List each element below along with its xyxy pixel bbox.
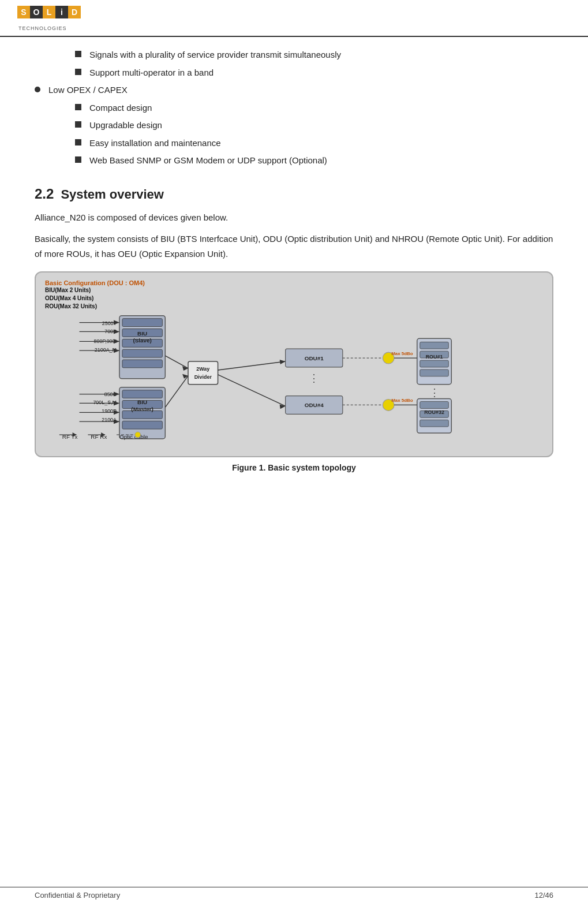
logo: S O L i D TECHNOLOGIES <box>17 6 81 31</box>
svg-text:700L_S,M: 700L_S,M <box>93 400 117 405</box>
paragraph-2: Basically, the system consists of BIU (B… <box>35 232 553 261</box>
paragraph-1: Alliance_N20 is composed of devices give… <box>35 210 553 225</box>
page-footer: Confidential & Proprietary 12/46 <box>0 887 588 903</box>
bullet-square-icon <box>75 69 81 75</box>
logo-letter-d: D <box>68 6 81 18</box>
bullet-square-icon <box>75 121 81 128</box>
bullet-square-icon <box>75 156 81 163</box>
page-header: S O L i D TECHNOLOGIES <box>0 0 588 37</box>
svg-line-48 <box>218 375 286 406</box>
svg-line-42 <box>165 356 188 368</box>
svg-line-46 <box>218 361 286 370</box>
svg-text:2Way: 2Way <box>196 366 209 372</box>
logo-letter-i: i <box>55 6 68 18</box>
low-opex-sub-group: Compact design Upgradable design Easy in… <box>58 102 553 167</box>
bullet-square-icon <box>75 139 81 145</box>
svg-text:BIU: BIU <box>137 399 147 405</box>
footer-right: 12/46 <box>534 891 553 900</box>
svg-text:ODU#4: ODU#4 <box>305 402 324 408</box>
svg-rect-1 <box>122 319 162 327</box>
svg-rect-39 <box>188 361 218 385</box>
bullet-text: Web Based SNMP or GSM Modem or UDP suppo… <box>89 154 327 167</box>
diagram-title-sub: BIU(Max 2 Units) ODU(Max 4 Units) ROU(Ma… <box>45 286 145 311</box>
bullet-square-icon <box>75 51 81 57</box>
svg-rect-4 <box>122 349 162 357</box>
svg-marker-47 <box>280 360 286 364</box>
svg-text:(Master): (Master) <box>131 406 153 412</box>
svg-text:(Slave): (Slave) <box>133 337 152 344</box>
section-number: 2.2 <box>35 186 54 202</box>
top-bullet-list: Signals with a plurality of service prov… <box>75 48 553 79</box>
list-item: Easy installation and maintenance <box>75 137 553 150</box>
list-item: Upgradable design <box>75 119 553 132</box>
svg-line-44 <box>165 376 188 408</box>
svg-text:Divider: Divider <box>194 374 212 380</box>
svg-rect-68 <box>420 401 449 408</box>
low-opex-group: Low OPEX / CAPEX Compact design Upgradab… <box>35 84 553 167</box>
bullet-text: Upgradable design <box>89 119 162 132</box>
list-item: Web Based SNMP or GSM Modem or UDP suppo… <box>75 154 553 167</box>
logo-letter-l: L <box>43 6 55 18</box>
page-content: Signals with a plurality of service prov… <box>0 37 588 507</box>
svg-rect-5 <box>122 360 162 368</box>
low-opex-sub-list: Compact design Upgradable design Easy in… <box>75 102 553 167</box>
svg-marker-45 <box>182 374 188 379</box>
svg-text:Max 5dBo: Max 5dBo <box>391 351 413 356</box>
svg-text:ROU#1: ROU#1 <box>426 354 443 360</box>
bullet-dot-icon <box>35 87 40 92</box>
list-item: Compact design <box>75 102 553 115</box>
low-opex-label: Low OPEX / CAPEX <box>48 84 128 97</box>
logo-letter-s: S <box>17 6 30 18</box>
svg-rect-12 <box>122 421 162 429</box>
svg-rect-62 <box>420 342 449 349</box>
bullet-text: Support multi-operator in a band <box>89 66 214 80</box>
figure-caption: Figure 1. Basic system topology <box>35 463 553 472</box>
svg-rect-64 <box>420 360 449 367</box>
section-heading: 2.2 System overview <box>35 186 553 202</box>
logo-tech-label: TECHNOLOGIES <box>18 25 81 31</box>
bullet-text: Compact design <box>89 102 152 115</box>
diagram-title-main: Basic Configuration (DOU : OM4) <box>45 279 145 286</box>
diagram-title: Basic Configuration (DOU : OM4) BIU(Max … <box>45 279 145 311</box>
list-item: Support multi-operator in a band <box>75 66 553 80</box>
svg-point-83 <box>135 432 141 438</box>
svg-text:ROU#32: ROU#32 <box>424 409 444 415</box>
bullet-square-icon <box>75 104 81 110</box>
bullet-text: Signals with a plurality of service prov… <box>89 48 341 62</box>
svg-rect-65 <box>420 370 449 376</box>
svg-text:2100A_M: 2100A_M <box>95 347 117 353</box>
section-title: System overview <box>61 187 164 202</box>
bullet-text: Easy installation and maintenance <box>89 137 221 150</box>
top-bullets-group: Signals with a plurality of service prov… <box>58 48 553 79</box>
footer-left: Confidential & Proprietary <box>35 891 120 900</box>
list-item: Signals with a plurality of service prov… <box>75 48 553 62</box>
low-opex-item: Low OPEX / CAPEX <box>35 84 553 97</box>
svg-text:Max 5dBo: Max 5dBo <box>391 398 413 403</box>
svg-text:⋮: ⋮ <box>429 387 440 398</box>
system-diagram: Basic Configuration (DOU : OM4) BIU(Max … <box>35 271 553 457</box>
logo-letter-o: O <box>30 6 43 18</box>
svg-rect-9 <box>122 390 162 398</box>
svg-text:⋮: ⋮ <box>309 372 319 384</box>
svg-text:BIU: BIU <box>137 330 147 337</box>
svg-rect-70 <box>420 420 449 427</box>
svg-text:ODU#1: ODU#1 <box>305 355 324 361</box>
